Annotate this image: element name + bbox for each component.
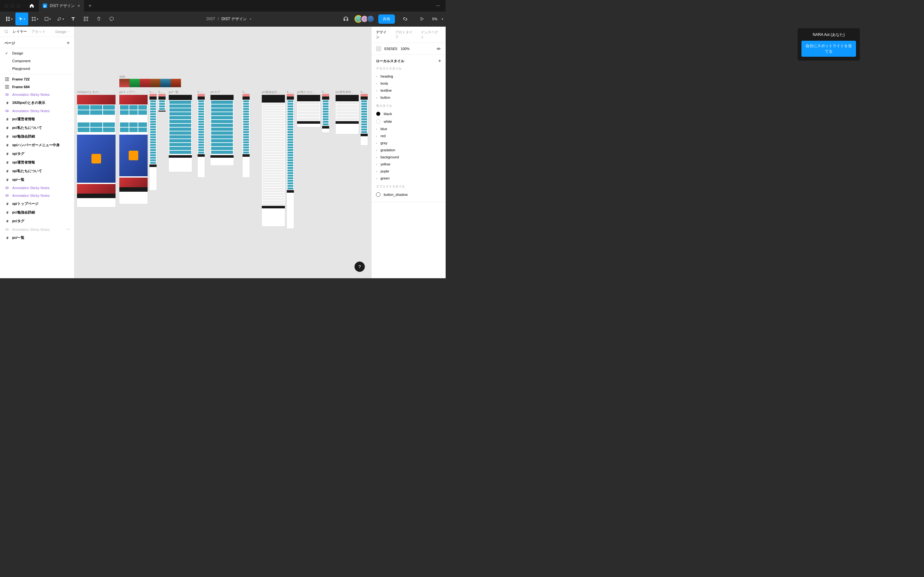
file-tab[interactable]: ◈ DIST デザイン ×	[39, 0, 84, 11]
frame-label: pc/運営者情…	[336, 90, 359, 94]
file-name[interactable]: DIST デザイン	[221, 16, 246, 22]
minimize-window-icon[interactable]	[11, 4, 14, 8]
text-style-item[interactable]: ▸heading	[376, 73, 441, 80]
layer-item[interactable]: Annotation Sticky Notes⤳	[0, 226, 74, 234]
maximize-window-icon[interactable]	[17, 4, 20, 8]
shape-tool[interactable]: ▾	[41, 13, 54, 25]
bg-opacity[interactable]: 100%	[401, 47, 409, 51]
page-selector[interactable]: Design ⌃	[55, 30, 69, 34]
page-item[interactable]: ✓Design	[0, 49, 74, 57]
layer-label: pc/運営者情報	[12, 117, 35, 121]
bg-swatch[interactable]	[376, 46, 381, 51]
visibility-icon[interactable]	[436, 46, 441, 51]
layer-item[interactable]: Frame 722	[0, 75, 74, 83]
move-tool[interactable]: ▾	[15, 13, 28, 25]
close-tab-icon[interactable]: ×	[78, 3, 80, 8]
color-style-item[interactable]: ▸red	[376, 132, 441, 139]
layer-item[interactable]: #pc/タグ	[0, 217, 74, 226]
text-style-item[interactable]: ▸button	[376, 94, 441, 101]
color-style-item[interactable]: ▸background	[376, 153, 441, 161]
resources-tool[interactable]	[79, 13, 92, 25]
layer-item[interactable]: Annotation Sticky Notes	[0, 107, 74, 115]
project-name[interactable]: DIST	[206, 17, 215, 21]
frame[interactable]	[297, 95, 320, 127]
frame-tool[interactable]: ▾	[28, 13, 41, 25]
color-style-item[interactable]: ▸yellow	[376, 161, 441, 168]
layer-item[interactable]: #pc/私たちについて	[0, 123, 74, 132]
frame[interactable]	[120, 95, 148, 204]
layer-item[interactable]: #sp/勉強会詳細	[0, 132, 74, 141]
frame[interactable]	[210, 95, 234, 165]
caret-icon: ▸	[376, 75, 377, 78]
layer-item[interactable]: #sp/トップページ	[0, 199, 74, 208]
add-page-button[interactable]: +	[67, 40, 69, 46]
chevron-down-icon[interactable]: ▾	[250, 18, 251, 21]
home-button[interactable]	[25, 0, 39, 11]
frame[interactable]	[242, 94, 250, 177]
frame[interactable]	[336, 95, 359, 134]
avatar[interactable]	[367, 15, 375, 23]
layer-item[interactable]: #sp/タグ	[0, 149, 74, 158]
share-button[interactable]: 共有	[378, 15, 395, 24]
color-style-item[interactable]: ▸gray	[376, 139, 441, 147]
frame[interactable]	[158, 94, 166, 111]
help-button[interactable]: ?	[355, 261, 365, 272]
frame[interactable]	[198, 94, 205, 177]
layer-item[interactable]: #pc/運営者情報	[0, 115, 74, 123]
pen-tool[interactable]: ▾	[54, 13, 67, 25]
close-window-icon[interactable]	[5, 4, 8, 8]
design-tab[interactable]: デザイン	[376, 30, 390, 39]
layer-item[interactable]: Annotation Sticky Notes	[0, 184, 74, 192]
frame[interactable]	[150, 94, 157, 190]
layer-item[interactable]: #pc/一覧	[0, 234, 74, 242]
headphones-icon[interactable]	[339, 13, 352, 25]
bg-hex[interactable]: E5E5E5	[384, 47, 397, 51]
layer-item[interactable]: Frame 684	[0, 83, 74, 91]
add-style-button[interactable]: +	[438, 58, 441, 64]
prototype-tab[interactable]: プロトタイプ	[395, 30, 415, 39]
text-style-item[interactable]: ▸textline	[376, 87, 441, 94]
layer-item[interactable]: #1920pxのときの表示	[0, 98, 74, 107]
text-tool[interactable]	[67, 13, 79, 25]
color-style-item[interactable]: ▸gradation	[376, 147, 441, 153]
layer-item[interactable]: #pc/勉強会詳細	[0, 208, 74, 217]
layer-item[interactable]: #sp/運営者情報	[0, 158, 74, 167]
frame[interactable]	[262, 95, 285, 226]
page-item[interactable]: Playground	[0, 65, 74, 73]
link-icon[interactable]	[399, 13, 412, 25]
zoom-level[interactable]: 5%	[432, 17, 437, 21]
canvas[interactable]: slide 1920pxのときの…pc/トップペ…s…s…pc/一覧s…pc/タ…	[74, 27, 371, 278]
frame[interactable]	[322, 94, 329, 132]
frame[interactable]	[77, 95, 115, 207]
page-item[interactable]: Component	[0, 57, 74, 65]
layer-item[interactable]: #sp/ハンバーガーメニュー中身	[0, 141, 74, 149]
assets-tab[interactable]: アセット	[31, 29, 45, 34]
frame[interactable]	[360, 94, 368, 145]
hand-tool[interactable]	[92, 13, 105, 25]
play-icon[interactable]	[415, 13, 428, 25]
main-menu-button[interactable]: ▾	[3, 13, 15, 25]
color-style-item[interactable]: white	[376, 118, 441, 125]
more-menu-icon[interactable]: ⋯	[431, 3, 446, 8]
frame[interactable]	[169, 95, 192, 172]
search-icon[interactable]	[5, 30, 8, 34]
layer-item[interactable]: #sp/一覧	[0, 175, 74, 184]
layer-item[interactable]: Annotation Sticky Notes	[0, 192, 74, 199]
layer-item[interactable]: Annotation Sticky Notes	[0, 91, 74, 98]
chevron-down-icon: ▾	[37, 18, 38, 21]
color-style-item[interactable]: black	[376, 110, 441, 118]
effect-style-item[interactable]: button_shadow	[376, 191, 441, 198]
color-style-item[interactable]: ▸puple	[376, 168, 441, 175]
text-style-item[interactable]: ▸body	[376, 80, 441, 87]
frame[interactable]	[287, 94, 294, 229]
inspect-tab[interactable]: インスペクト	[421, 30, 441, 39]
color-style-item[interactable]: ▸green	[376, 175, 441, 182]
layer-item[interactable]: #sp/私たちについて	[0, 167, 74, 175]
new-tab-button[interactable]: +	[84, 3, 96, 9]
frame[interactable]	[120, 79, 181, 87]
chevron-down-icon[interactable]: ▾	[442, 18, 443, 21]
layers-tab[interactable]: レイヤー	[13, 29, 27, 34]
color-style-item[interactable]: ▸blue	[376, 125, 441, 132]
hidden-icon[interactable]: ⤳	[67, 227, 69, 231]
comment-tool[interactable]	[105, 13, 118, 25]
